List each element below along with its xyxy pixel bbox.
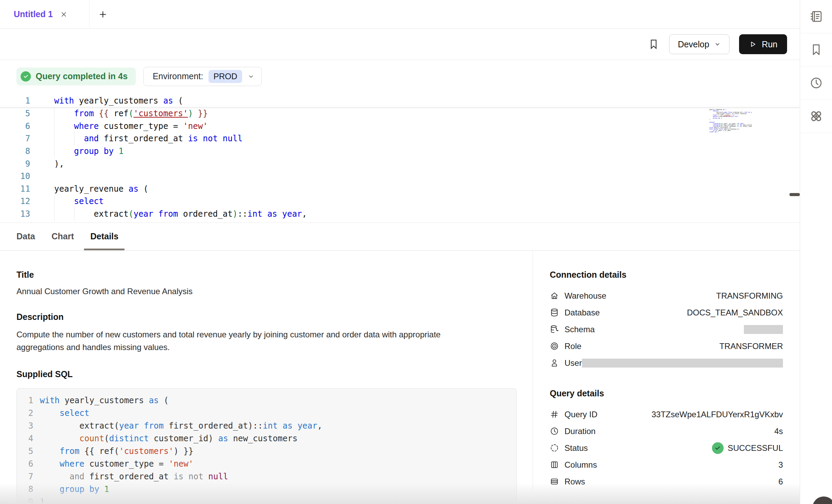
home-icon [550, 291, 559, 300]
line-number: 9 [0, 159, 30, 169]
warehouse-row: WarehouseTRANSFORMING [550, 287, 783, 304]
editor-line[interactable]: 7 and first_ordered_at is not null [0, 132, 800, 145]
environment-value-chip: PROD [209, 70, 242, 83]
rows-icon [550, 477, 559, 486]
play-icon [749, 40, 757, 48]
corner-avatar-button[interactable] [812, 496, 832, 504]
right-rail [800, 0, 832, 504]
line-number: 1 [0, 96, 30, 106]
line-number: 8 [17, 484, 33, 494]
supplied-sql-line: 8 group by 1 [17, 483, 516, 495]
spinner-icon [550, 443, 559, 453]
results-tab-chart[interactable]: Chart [45, 231, 80, 250]
supplied-sql-line: 6 where customer_type = 'new' [17, 457, 516, 470]
environment-select[interactable]: Environment: PROD [143, 67, 262, 86]
database-value: DOCS_TEAM_SANDBOX [687, 308, 783, 317]
database-icon [550, 308, 559, 317]
editor-line[interactable]: 1with yearly_customers as ( [0, 94, 800, 107]
warehouse-label: Warehouse [564, 291, 606, 301]
tab-bar: Untitled 1 [0, 0, 800, 29]
details-right-column: Connection details WarehouseTRANSFORMING… [550, 250, 783, 490]
title-heading: Title [16, 270, 517, 280]
line-number: 7 [0, 134, 30, 143]
tab-untitled-1[interactable]: Untitled 1 [0, 0, 90, 28]
rail-bookmark-icon[interactable] [800, 33, 832, 67]
supplied-sql-line: 2 select [17, 407, 516, 419]
editor-line[interactable]: 12 select [0, 195, 800, 208]
results-tab-details[interactable]: Details [84, 231, 124, 250]
role-label: Role [564, 341, 581, 351]
editor-line[interactable]: 11yearly_revenue as ( [0, 183, 800, 195]
editor-line[interactable]: 6 where customer_type = 'new' [0, 120, 800, 133]
target-icon [550, 341, 559, 351]
results-tab-bar: DataChartDetails [0, 223, 800, 251]
chevron-down-icon [714, 41, 721, 48]
check-circle-icon [712, 442, 724, 454]
supplied-sql-line: 9), [17, 495, 516, 504]
query-status-text: Query completed in 4s [36, 71, 128, 81]
status-badge: SUCCESSFUL [712, 442, 783, 454]
plus-icon[interactable] [98, 9, 108, 20]
editor-line[interactable]: 5 from {{ ref('customers') }} [0, 107, 800, 120]
query-id-row: Query ID33TZseWpe1ALFDUYerxR1gVKxbv [550, 406, 783, 423]
rail-notebook-icon[interactable] [800, 0, 832, 33]
environment-label: Environment: [153, 71, 203, 81]
columns-label: Columns [564, 460, 597, 470]
line-number: 7 [17, 472, 33, 481]
title-value: Annual Customer Growth and Revenue Analy… [16, 287, 517, 296]
line-number: 4 [17, 434, 33, 443]
role-row: RoleTRANSFORMER [550, 338, 783, 355]
toolbar: Develop Run [0, 29, 800, 60]
database-row: DatabaseDOCS_TEAM_SANDBOX [550, 304, 783, 321]
line-number: 5 [0, 109, 30, 118]
close-icon[interactable] [60, 10, 68, 19]
status-label: Status [564, 443, 588, 453]
indent-guide [54, 144, 55, 158]
supplied-sql-heading: Supplied SQL [16, 369, 517, 379]
columns-value: 3 [778, 460, 783, 470]
schema-row: Schema [550, 321, 783, 338]
duration-value: 4s [774, 427, 783, 436]
develop-button[interactable]: Develop [669, 34, 729, 54]
line-number: 11 [0, 184, 30, 194]
details-pane: Title Annual Customer Growth and Revenue… [0, 250, 800, 504]
tab-label: Untitled 1 [14, 9, 53, 19]
chevron-down-icon [248, 73, 254, 80]
user-icon [550, 358, 559, 368]
line-number: 5 [17, 446, 33, 456]
clock-icon [550, 427, 559, 436]
rows-value: 6 [778, 477, 783, 487]
editor-line[interactable]: 9), [0, 157, 800, 170]
rail-clock-icon[interactable] [800, 67, 832, 100]
run-label: Run [762, 39, 777, 49]
supplied-sql-line: 4 count(distinct customer_id) as new_cus… [17, 432, 516, 445]
editor-sticky-line[interactable]: 1with yearly_customers as ( [0, 94, 800, 107]
line-number: 13 [0, 209, 30, 219]
schema-icon [550, 325, 559, 334]
supplied-sql-line: 5 from {{ ref('customers') }} [17, 445, 516, 457]
editor-line[interactable]: 8 group by 1 [0, 145, 800, 158]
supplied-sql-line: 7 and first_ordered_at is not null [17, 470, 516, 483]
rows-label: Rows [564, 477, 585, 487]
run-button[interactable]: Run [739, 34, 787, 54]
sql-editor[interactable]: 1with yearly_customers as ( 5 from {{ re… [0, 93, 800, 223]
query-details-heading: Query details [550, 388, 783, 398]
line-number: 6 [17, 459, 33, 469]
duration-row: Duration4s [550, 423, 783, 440]
schema-redacted-value [744, 325, 783, 334]
status-row: Query completed in 4s Environment: PROD [0, 60, 800, 93]
editor-line[interactable]: 13 extract(year from ordered_at)::int as… [0, 208, 800, 220]
line-number: 9 [17, 497, 33, 504]
main-column: Untitled 1 Develop Run [0, 0, 800, 504]
warehouse-value: TRANSFORMING [716, 291, 783, 301]
query-id-label: Query ID [564, 410, 597, 419]
rail-copilot-icon[interactable] [800, 100, 832, 133]
editor-line[interactable]: 10 [0, 170, 800, 183]
bookmark-icon[interactable] [648, 38, 659, 50]
results-tab-data[interactable]: Data [10, 231, 41, 250]
app-window: Untitled 1 Develop Run [0, 0, 832, 504]
details-divider [533, 250, 533, 490]
supplied-sql-line: 1with yearly_customers as ( [17, 394, 516, 407]
editor-scrollbar-handle[interactable] [789, 193, 800, 196]
indent-guide [54, 207, 55, 221]
